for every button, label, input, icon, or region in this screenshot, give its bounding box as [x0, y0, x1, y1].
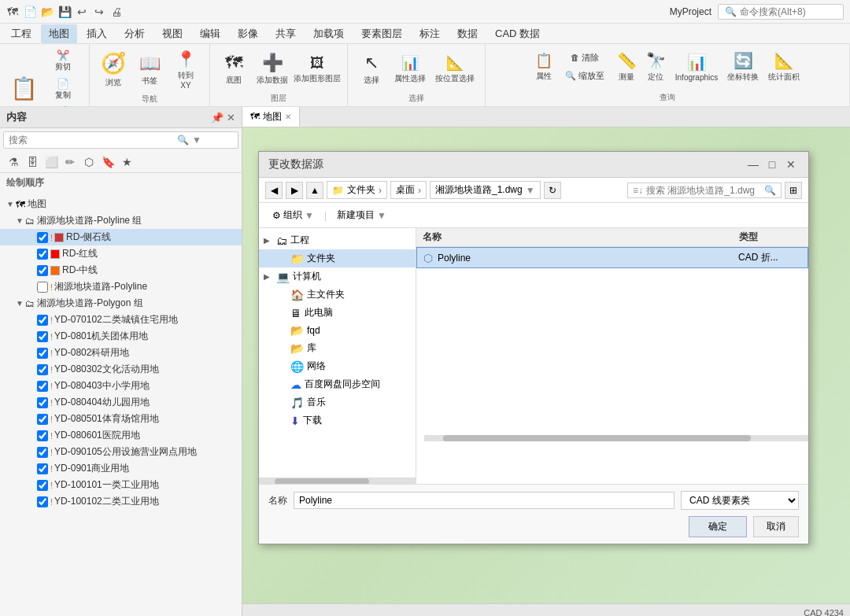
- tree-item-yd-0901[interactable]: ! YD-0901商业用地: [0, 460, 242, 477]
- tree-item-rd-red[interactable]: RD-红线: [0, 245, 242, 262]
- tree-group-polygon[interactable]: ▼ 🗂 湘源地块道路-Polygon 组: [0, 295, 242, 312]
- menu-view[interactable]: 视图: [154, 24, 190, 43]
- content-search[interactable]: 🔍 ▼: [3, 131, 238, 149]
- dialog-tree-thispc[interactable]: 🖥 此电脑: [259, 304, 416, 322]
- basemap-button[interactable]: 🗺 底图: [216, 47, 251, 91]
- add-data-button[interactable]: ➕ 添加数据: [253, 47, 292, 91]
- save-icon[interactable]: 💾: [58, 6, 71, 18]
- menu-map[interactable]: 地图: [41, 24, 77, 43]
- tree-item-rd-side[interactable]: ! RD-侧石线: [0, 229, 242, 245]
- menu-feature-layer[interactable]: 要素图层: [353, 24, 410, 43]
- checkbox-yd-0801[interactable]: [37, 331, 48, 342]
- menu-insert[interactable]: 插入: [79, 24, 115, 43]
- dialog-tree-download[interactable]: ⬇ 下载: [259, 411, 416, 430]
- coord-convert-button[interactable]: 🔄 坐标转换: [723, 47, 763, 87]
- menu-addons[interactable]: 加载项: [305, 24, 352, 43]
- checkbox-yd-0802[interactable]: [37, 348, 48, 359]
- checkbox-yd-090105[interactable]: [37, 447, 48, 458]
- tree-item-yd-100102[interactable]: ! YD-100102二类工业用地: [0, 493, 242, 510]
- refresh-button[interactable]: ↻: [544, 182, 561, 199]
- tree-scrollbar-h[interactable]: [259, 478, 416, 484]
- bookmark-icon[interactable]: 🔖: [99, 153, 116, 171]
- paste-button[interactable]: 📋: [6, 67, 42, 111]
- new-item-button[interactable]: 新建项目 ▼: [330, 206, 394, 224]
- cut-button[interactable]: ✂️ 剪切: [43, 47, 83, 75]
- dialog-search-input[interactable]: [646, 185, 764, 196]
- checkbox-rd-side[interactable]: [37, 232, 48, 243]
- menu-data[interactable]: 数据: [449, 24, 486, 43]
- select-button[interactable]: ↖ 选择: [354, 47, 389, 91]
- dialog-tree-project[interactable]: ▶ 🗂 工程: [259, 231, 416, 249]
- title-search-input[interactable]: [740, 6, 834, 17]
- database-icon[interactable]: 🗄: [24, 153, 41, 171]
- tree-group-polyline[interactable]: ▼ 🗂 湘源地块道路-Polyline 组: [0, 212, 242, 229]
- infographics-button[interactable]: 📊 Infographics: [671, 47, 722, 87]
- filter-icon[interactable]: ⚗: [5, 153, 22, 171]
- tree-item-yd-080501[interactable]: ! YD-080501体育场馆用地: [0, 411, 242, 427]
- dialog-tree-music[interactable]: 🎵 音乐: [259, 393, 416, 411]
- menu-share[interactable]: 共享: [268, 24, 304, 43]
- checkbox-yd-080404[interactable]: [37, 397, 48, 408]
- nav-up-button[interactable]: ▲: [306, 182, 323, 199]
- dialog-maximize-button[interactable]: □: [764, 157, 780, 172]
- undo-icon[interactable]: ↩: [76, 6, 88, 18]
- dialog-tree-home[interactable]: 🏠 主文件夹: [259, 286, 416, 304]
- stat-area-button[interactable]: 📐 统计面积: [764, 47, 804, 87]
- dialog-tree-computer[interactable]: ▶ 💻 计算机: [259, 267, 416, 286]
- pen-icon[interactable]: ✏: [61, 153, 79, 171]
- layer-icon[interactable]: ⬜: [42, 153, 60, 171]
- measure-button[interactable]: 📏 测量: [613, 47, 641, 87]
- toggle-computer[interactable]: ▶: [264, 272, 273, 281]
- zoom-button[interactable]: 🔍 缩放至: [561, 68, 608, 85]
- search-options-icon[interactable]: ▼: [192, 135, 201, 146]
- checkbox-yd-070102[interactable]: [37, 315, 48, 326]
- ok-button[interactable]: 确定: [689, 516, 747, 537]
- cancel-button[interactable]: 取消: [753, 516, 799, 537]
- tree-item-rd-center[interactable]: RD-中线: [0, 262, 242, 278]
- dialog-tree-lib[interactable]: 📂 库: [259, 339, 416, 357]
- new-icon[interactable]: 📄: [24, 6, 36, 18]
- tree-item-yd-080302[interactable]: ! YD-080302文化活动用地: [0, 361, 242, 378]
- star-icon[interactable]: ★: [118, 153, 135, 171]
- tree-item-yd-0802[interactable]: ! YD-0802科研用地: [0, 345, 242, 361]
- tree-toggle-polygon-group[interactable]: ▼: [16, 299, 25, 308]
- clear-button[interactable]: 🗑 清除: [561, 50, 608, 67]
- checkbox-yd-100101[interactable]: [37, 480, 48, 491]
- goto-xy-button[interactable]: 📍 转到XY: [168, 47, 203, 92]
- path-file[interactable]: 湘源地块道路_1.dwg ▼: [430, 181, 541, 199]
- menu-image[interactable]: 影像: [230, 24, 266, 43]
- title-search-box[interactable]: 🔍: [718, 4, 844, 20]
- dialog-close-button[interactable]: ✕: [783, 157, 799, 172]
- dialog-tree-folder[interactable]: 📁 文件夹: [259, 249, 416, 267]
- attr-button[interactable]: 📋 属性: [531, 47, 556, 87]
- footer-type-select[interactable]: CAD 线要素类: [681, 491, 799, 510]
- menu-label[interactable]: 标注: [412, 24, 448, 43]
- search-btn-icon[interactable]: 🔍: [764, 185, 776, 196]
- nav-forward-button[interactable]: ▶: [286, 182, 303, 199]
- menu-cad-data[interactable]: CAD 数据: [487, 24, 548, 43]
- dialog-search-box[interactable]: ≡↓ 🔍: [627, 183, 782, 198]
- copy-button[interactable]: 📄 复制: [43, 76, 83, 103]
- checkbox-polyline[interactable]: [37, 282, 48, 293]
- toggle-project[interactable]: ▶: [264, 236, 273, 245]
- path-desktop[interactable]: 桌面 ›: [390, 181, 427, 199]
- checkbox-yd-080302[interactable]: [37, 364, 48, 375]
- files-scrollbar-h[interactable]: [424, 435, 808, 441]
- checkbox-yd-080403[interactable]: [37, 381, 48, 392]
- file-row-polyline[interactable]: ⬡ Polyline CAD 折...: [416, 247, 808, 268]
- locate-button[interactable]: 🔭 定位: [642, 47, 670, 87]
- tree-item-yd-100101[interactable]: ! YD-100101一类工业用地: [0, 477, 242, 493]
- tree-item-yd-0801[interactable]: ! YD-0801机关团体用地: [0, 328, 242, 345]
- menu-analysis[interactable]: 分析: [116, 24, 153, 43]
- dialog-tree-fqd[interactable]: 📂 fqd: [259, 322, 416, 339]
- browse-button[interactable]: 🧭 浏览: [96, 48, 131, 92]
- dialog-tree-network[interactable]: 🌐 网络: [259, 357, 416, 375]
- dialog-tree-baidu[interactable]: ☁ 百度网盘同步空间: [259, 375, 416, 393]
- checkbox-yd-080601[interactable]: [37, 430, 48, 441]
- nav-back-button[interactable]: ◀: [265, 182, 283, 199]
- add-graphic-layer-button[interactable]: 🖼 添加图形图层: [294, 53, 341, 87]
- tree-item-yd-090105[interactable]: ! YD-090105公用设施营业网点用地: [0, 444, 242, 460]
- checkbox-rd-center[interactable]: [37, 265, 48, 276]
- content-search-input[interactable]: [4, 132, 177, 148]
- tree-toggle-map[interactable]: ▼: [6, 200, 16, 208]
